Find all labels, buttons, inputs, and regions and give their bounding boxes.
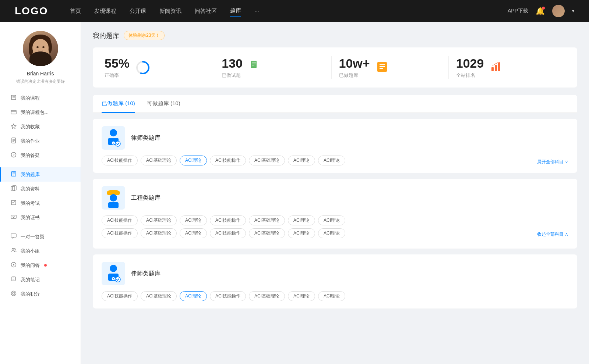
nav-link-more[interactable]: ···: [254, 7, 259, 16]
tag[interactable]: ACI技能操作: [102, 156, 138, 165]
sidebar-item-questions[interactable]: ? 我的答疑: [0, 148, 81, 163]
sidebar-item-group[interactable]: 我的小组: [0, 244, 81, 258]
expand-button[interactable]: 展开全部科目 ∨: [537, 159, 568, 165]
user-dropdown-icon[interactable]: ▾: [572, 8, 574, 14]
tag[interactable]: ACI技能操作: [102, 215, 138, 225]
group-icon: [10, 247, 17, 254]
sidebar-item-1on1[interactable]: 一对一答疑: [0, 229, 81, 244]
tag[interactable]: ACI技能操作: [210, 228, 246, 238]
tag[interactable]: ACI技能操作: [210, 291, 246, 301]
sidebar-item-course-package[interactable]: 我的课程包...: [0, 105, 81, 119]
exam-icon: [10, 200, 17, 207]
collapse-button[interactable]: 收起全部科目 ∧: [537, 231, 568, 238]
tag[interactable]: ACI理论: [318, 215, 345, 225]
svg-point-36: [11, 291, 16, 296]
tag[interactable]: ACI基础理论: [249, 228, 285, 238]
svg-rect-51: [498, 63, 500, 71]
tag[interactable]: ACI理论: [318, 291, 345, 301]
qbank-tags: ACI技能操作 ACI基础理论 ACI理论 ACI技能操作 ACI基础理论 AC…: [102, 156, 568, 165]
sidebar-item-my-courses[interactable]: 我的课程: [0, 91, 81, 105]
nav-logo: LOGO: [15, 5, 48, 17]
notification-bell[interactable]: 🔔: [536, 7, 545, 15]
sidebar-item-myqa[interactable]: 我的问答: [0, 258, 81, 272]
tag[interactable]: ACI理论: [288, 215, 315, 225]
tag[interactable]: ACI理论: [288, 156, 315, 165]
sidebar-item-materials[interactable]: 我的资料: [0, 182, 81, 196]
sidebar-item-label: 我的问答: [21, 262, 40, 269]
stat-text: 55% 正确率: [105, 56, 130, 79]
tag[interactable]: ACI理论: [318, 156, 345, 165]
tab-available-banks[interactable]: 可做题库 (10): [147, 95, 180, 113]
tag[interactable]: ACI基础理论: [249, 291, 285, 301]
tag[interactable]: ACI技能操作: [210, 156, 246, 165]
cert-icon: [10, 214, 17, 221]
avatar-svg: [23, 31, 58, 66]
tag[interactable]: ACI基础理论: [249, 215, 285, 225]
bar-chart-icon: [490, 61, 502, 75]
sidebar-item-label: 一对一答疑: [21, 233, 45, 240]
tag[interactable]: ACI理论: [180, 228, 207, 238]
nav-link-qbank[interactable]: 题库: [230, 6, 241, 17]
sidebar-item-notes[interactable]: 我的笔记: [0, 272, 81, 287]
svg-rect-60: [108, 202, 119, 208]
nav-link-home[interactable]: 首页: [70, 6, 81, 16]
user-avatar[interactable]: [552, 5, 565, 17]
myqa-icon: [10, 262, 17, 269]
tag[interactable]: ACI理论: [288, 291, 315, 301]
qbank-card-lawyer-1: 律师类题库 ACI技能操作 ACI基础理论 ACI理论 ACI技能操作 ACI基…: [93, 119, 577, 173]
main-content: 我的题库 体验剩余23天！ 55% 正确率: [81, 22, 589, 364]
tag[interactable]: ACI基础理论: [141, 156, 177, 165]
svg-point-30: [12, 249, 14, 250]
tag[interactable]: ACI理论: [180, 215, 207, 225]
sidebar-item-exams[interactable]: 我的考试: [0, 196, 81, 210]
nav-link-qa[interactable]: 问答社区: [195, 6, 217, 16]
sidebar-username: Brian Harris: [27, 71, 54, 76]
svg-text:?: ?: [13, 153, 14, 157]
divider: [7, 165, 73, 165]
courses-icon: [10, 94, 17, 101]
tag[interactable]: ACI基础理论: [249, 156, 285, 165]
tag[interactable]: ACI理论: [288, 228, 315, 238]
divider2: [7, 227, 73, 227]
stat-label: 正确率: [105, 72, 130, 79]
tag[interactable]: ACI技能操作: [102, 291, 138, 301]
nav-right: APP下载 🔔 ▾: [508, 5, 574, 17]
nav-link-news[interactable]: 新闻资讯: [159, 6, 181, 16]
page-header: 我的题库 体验剩余23天！: [93, 31, 577, 40]
sidebar-item-homework[interactable]: 我的作业: [0, 134, 81, 148]
tag[interactable]: ACI基础理论: [141, 215, 177, 225]
sidebar-item-points[interactable]: 我的积分: [0, 287, 81, 301]
app-download-button[interactable]: APP下载: [508, 8, 528, 14]
tag[interactable]: ACI基础理论: [141, 228, 177, 238]
qbank-card-engineer: 工程类题库 ACI技能操作 ACI基础理论 ACI理论 ACI技能操作 ACI基…: [93, 179, 577, 249]
tag-active[interactable]: ACI理论: [180, 156, 207, 165]
svg-point-29: [13, 216, 14, 218]
tag[interactable]: ACI技能操作: [210, 215, 246, 225]
doc-icon: [248, 60, 261, 75]
sidebar-item-certificate[interactable]: 我的证书: [0, 210, 81, 225]
sidebar-item-label: 我的笔记: [21, 276, 40, 283]
tag[interactable]: ACI技能操作: [102, 228, 138, 238]
qbank-title: 律师类题库: [131, 134, 161, 142]
tag[interactable]: ACI理论: [318, 228, 345, 238]
tag[interactable]: ACI基础理论: [141, 291, 177, 301]
tab-done-banks[interactable]: 已做题库 (10): [102, 95, 135, 113]
question-icon: ?: [10, 152, 17, 159]
nav-link-discover[interactable]: 发现课程: [94, 6, 116, 16]
qbank-icon: [10, 171, 17, 178]
tag-active[interactable]: ACI理论: [180, 291, 207, 301]
nav-link-opencourse[interactable]: 公开课: [130, 6, 146, 16]
svg-point-56: [115, 141, 120, 146]
sidebar-item-favorites[interactable]: 我的收藏: [0, 119, 81, 134]
qbank-engineer-icon: [102, 186, 125, 210]
sidebar-item-qbank[interactable]: 我的题库: [0, 167, 81, 182]
qbank-title: 律师类题库: [131, 270, 161, 278]
package-icon: [10, 109, 17, 116]
sidebar-motto: 错误的决定比没有决定要好: [10, 79, 71, 84]
homework-icon: [10, 138, 17, 144]
avatar-image: [552, 5, 565, 17]
svg-point-3: [48, 41, 52, 53]
svg-point-64: [115, 277, 120, 282]
qbank-tags: ACI技能操作 ACI基础理论 ACI理论 ACI技能操作 ACI基础理论 AC…: [102, 291, 568, 301]
stat-done-banks: 10w+ 已做题库: [332, 56, 449, 79]
